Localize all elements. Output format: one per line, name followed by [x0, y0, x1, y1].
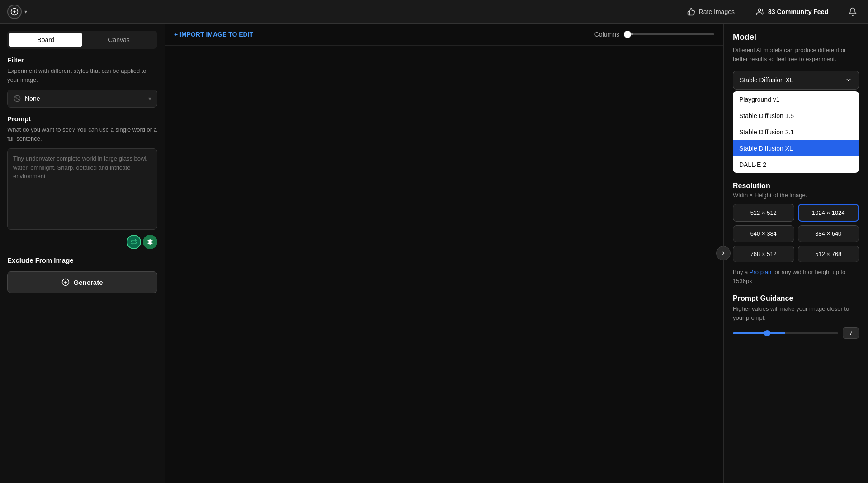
tab-board[interactable]: Board [9, 33, 82, 47]
filter-dropdown[interactable]: None ▾ [7, 90, 157, 108]
bell-icon [848, 7, 857, 16]
filter-chevron-icon: ▾ [148, 95, 151, 102]
resolution-title: Resolution [733, 182, 859, 190]
model-option-sd21[interactable]: Stable Diffusion 2.1 [733, 124, 859, 140]
center-canvas-area: + IMPORT IMAGE TO EDIT Columns [165, 24, 723, 483]
filter-title: Filter [7, 56, 157, 64]
res-768x512[interactable]: 768 × 512 [733, 246, 794, 262]
res-512x768[interactable]: 512 × 768 [798, 246, 859, 262]
prompt-enhance-button[interactable] [127, 235, 141, 249]
logo-icon[interactable] [7, 5, 22, 19]
notifications-button[interactable] [844, 4, 861, 20]
resolution-grid: 512 × 512 1024 × 1024 640 × 384 384 × 64… [733, 204, 859, 262]
main-layout: Board Canvas Filter Experiment with diff… [0, 24, 868, 483]
thumb-up-icon [687, 8, 695, 16]
community-feed-label: 83 Community Feed [768, 8, 828, 15]
rate-images-label: Rate Images [699, 8, 735, 15]
model-dropdown-button[interactable]: Stable Diffusion XL [733, 71, 859, 90]
model-selected-label: Stable Diffusion XL [740, 76, 793, 84]
right-panel-toggle[interactable] [716, 246, 731, 260]
users-icon [756, 8, 764, 16]
generate-plus-icon [61, 278, 70, 286]
model-title: Model [733, 33, 859, 42]
import-image-button[interactable]: + IMPORT IMAGE TO EDIT [174, 31, 253, 38]
svg-point-1 [758, 9, 761, 11]
guidance-value: 7 [843, 327, 859, 339]
model-desc: Different AI models can produce differen… [733, 46, 859, 63]
rate-images-nav-item[interactable]: Rate Images [682, 5, 740, 19]
tab-switcher: Board Canvas [7, 31, 157, 49]
prompt-action-icons [127, 235, 157, 249]
prompt-guidance-section: Prompt Guidance Higher values will make … [733, 294, 859, 339]
filter-value: None [25, 95, 40, 102]
pro-plan-text: Buy a Pro plan for any width or height u… [733, 268, 859, 285]
model-section: Model Different AI models can produce di… [733, 33, 859, 173]
columns-slider[interactable] [624, 33, 714, 35]
tab-canvas[interactable]: Canvas [82, 33, 156, 47]
res-1024x1024[interactable]: 1024 × 1024 [798, 204, 859, 222]
exclude-section-label: Exclude From Image [0, 256, 165, 264]
logo-area: ▾ [7, 5, 27, 19]
generate-label: Generate [73, 279, 103, 286]
app-header: ▾ Rate Images 83 Community Feed [0, 0, 868, 24]
model-chevron-icon [845, 76, 852, 84]
generate-button[interactable]: Generate [7, 271, 157, 293]
prompt-section: Prompt What do you want to see? You can … [0, 115, 165, 256]
model-option-dalle2[interactable]: DALL·E 2 [733, 156, 859, 173]
prompt-textarea[interactable] [7, 148, 157, 230]
prompt-desc: What do you want to see? You can use a s… [7, 125, 157, 143]
columns-control: Columns [594, 31, 714, 38]
center-content-area [165, 46, 723, 483]
columns-label: Columns [594, 31, 619, 38]
prompt-actions [7, 235, 157, 249]
header-chevron-icon[interactable]: ▾ [24, 9, 27, 15]
guidance-title: Prompt Guidance [733, 294, 859, 303]
guidance-slider[interactable] [733, 332, 838, 334]
center-toolbar: + IMPORT IMAGE TO EDIT Columns [165, 24, 723, 46]
header-navigation: Rate Images 83 Community Feed [682, 4, 861, 20]
resolution-section: Resolution Width × Height of the image. … [733, 182, 859, 285]
community-feed-nav-item[interactable]: 83 Community Feed [751, 5, 834, 19]
res-384x640[interactable]: 384 × 640 [798, 225, 859, 242]
guidance-desc: Higher values will make your image close… [733, 304, 859, 322]
left-panel: Board Canvas Filter Experiment with diff… [0, 24, 165, 483]
resolution-desc: Width × Height of the image. [733, 192, 859, 199]
prompt-generate-icon-button[interactable] [143, 235, 157, 249]
filter-ban-icon [13, 95, 21, 103]
model-dropdown-list: Playground v1 Stable Diffusion 1.5 Stabl… [733, 91, 859, 173]
filter-section: Filter Experiment with different styles … [0, 56, 165, 115]
model-option-playground-v1[interactable]: Playground v1 [733, 91, 859, 108]
model-option-sdxl[interactable]: Stable Diffusion XL [733, 140, 859, 156]
pro-plan-link[interactable]: Pro plan [750, 269, 771, 275]
right-panel: Model Different AI models can produce di… [723, 24, 868, 483]
model-option-sd15[interactable]: Stable Diffusion 1.5 [733, 108, 859, 124]
prompt-title: Prompt [7, 115, 157, 123]
res-640x384[interactable]: 640 × 384 [733, 225, 794, 242]
res-512x512[interactable]: 512 × 512 [733, 204, 794, 222]
guidance-slider-row: 7 [733, 327, 859, 339]
filter-desc: Experiment with different styles that ca… [7, 66, 157, 84]
svg-line-3 [15, 96, 19, 100]
